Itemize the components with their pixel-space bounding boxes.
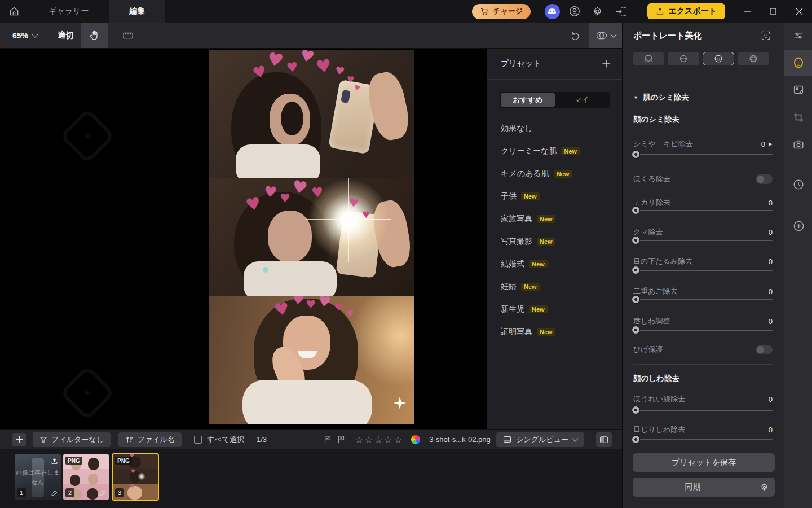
zoom-control[interactable]: 65% <box>12 31 37 40</box>
preset-item[interactable]: 効果なし <box>501 122 616 135</box>
ruler-tool-button[interactable] <box>114 23 141 48</box>
preset-item[interactable]: 新生児New <box>501 303 616 316</box>
add-image-button[interactable] <box>12 433 26 446</box>
slider-knob[interactable] <box>632 151 639 158</box>
preset-item[interactable]: 証明写真New <box>501 326 616 338</box>
thumb-edit-button[interactable] <box>97 488 107 498</box>
rail-crop-button[interactable] <box>784 104 812 130</box>
filter-button[interactable]: フィルターなし <box>33 432 111 447</box>
rail-add-button[interactable] <box>784 213 812 239</box>
slider-track[interactable] <box>633 210 773 211</box>
star-icon[interactable]: ☆ <box>384 434 392 445</box>
star-icon[interactable]: ☆ <box>355 434 363 445</box>
star-icon[interactable]: ☆ <box>364 434 373 445</box>
slider-track[interactable] <box>633 330 773 331</box>
slider-row-shine: テカリ除去 0 <box>633 198 773 208</box>
preset-item[interactable]: 子供New <box>501 190 616 203</box>
add-preset-button[interactable] <box>602 59 611 68</box>
mode-contour-button[interactable] <box>668 52 699 65</box>
sort-label: ファイル名 <box>138 435 175 445</box>
hand-tool-button[interactable] <box>81 23 108 48</box>
mode-hair-button[interactable] <box>633 52 664 65</box>
slider-track[interactable] <box>633 154 773 155</box>
preset-item[interactable]: 結婚式New <box>501 258 616 270</box>
close-button[interactable] <box>786 0 812 23</box>
split-view-button[interactable] <box>596 432 612 447</box>
select-all-checkbox[interactable] <box>194 436 202 444</box>
thumbnail-2[interactable]: PNG 2 <box>63 454 109 500</box>
minimize-button[interactable] <box>734 0 760 23</box>
maximize-button[interactable] <box>760 0 786 23</box>
canvas[interactable]: ♥ ♥ ♥ ♥ ♥ ♥ ♥ ♥ ♥ ♥ ♥ ♥ <box>0 49 487 429</box>
rail-camera-button[interactable] <box>784 132 812 157</box>
slider-track[interactable] <box>633 410 773 411</box>
preset-item[interactable]: キメのある肌New <box>501 168 616 180</box>
slider-knob[interactable] <box>632 296 639 303</box>
heart-sticker: ♥ <box>292 296 305 307</box>
star-icon[interactable]: ☆ <box>394 434 402 445</box>
slider-knob[interactable] <box>632 207 639 214</box>
slider-track[interactable] <box>633 439 773 440</box>
settings-button[interactable] <box>586 0 608 23</box>
slider-value: 0 <box>769 257 773 266</box>
edited-photo[interactable]: ♥ ♥ ♥ ♥ ♥ ♥ ♥ ♥ ♥ ♥ ♥ ♥ <box>209 50 414 424</box>
preset-item[interactable]: クリーミーな肌New <box>501 145 616 157</box>
rail-adjustments-button[interactable] <box>784 23 812 49</box>
slider-knob[interactable] <box>632 326 639 334</box>
slider-track[interactable] <box>633 240 773 241</box>
slider-knob[interactable] <box>632 406 639 414</box>
beard-protect-toggle[interactable] <box>756 345 773 354</box>
flag-pick-icon[interactable] <box>323 435 332 444</box>
filmstrip: 画像は存在しません 1 PNG 2 <box>0 449 622 508</box>
slider-knob[interactable] <box>632 436 639 443</box>
preset-item[interactable]: 写真撮影New <box>501 235 616 248</box>
heart-sticker: ♥ <box>306 299 316 310</box>
sort-button[interactable]: ファイル名 <box>118 432 182 447</box>
discord-button[interactable] <box>541 0 563 23</box>
slider-track[interactable] <box>633 270 773 271</box>
new-badge: New <box>537 238 555 246</box>
preset-item[interactable]: 妊婦New <box>501 281 616 293</box>
mole-removal-toggle[interactable] <box>756 174 773 184</box>
preset-item[interactable]: 家族写真New <box>501 213 616 225</box>
sync-settings-button[interactable] <box>753 478 775 497</box>
tab-my[interactable]: マイ <box>555 93 609 107</box>
thumb-edit-button[interactable] <box>49 488 59 498</box>
slider-track[interactable] <box>633 299 773 300</box>
slider-knob[interactable] <box>632 237 639 244</box>
thumb-photo-shape <box>87 488 98 500</box>
charge-button[interactable]: チャージ <box>472 4 531 19</box>
undo-button[interactable] <box>561 23 589 48</box>
thumbnail-1[interactable]: 画像は存在しません 1 <box>15 454 61 500</box>
star-rating[interactable]: ☆☆☆☆☆ <box>355 434 402 445</box>
logout-button[interactable] <box>608 0 631 23</box>
fit-button[interactable]: 適切 <box>58 30 73 41</box>
tab-gallery[interactable]: ギャラリー <box>28 0 109 23</box>
thumb-format-badge: PNG <box>65 457 82 465</box>
rail-history-button[interactable] <box>784 172 812 198</box>
slider-row-double-chin: 二重あご除去 0 <box>633 286 773 296</box>
rail-portrait-button[interactable] <box>784 50 812 76</box>
view-mode-dropdown[interactable]: シングルビュー <box>496 432 584 447</box>
save-preset-button[interactable]: プリセットを保存 <box>633 453 775 472</box>
section-skin-blemish[interactable]: ▼ 肌のシミ除去 <box>633 93 689 103</box>
home-button[interactable] <box>0 0 28 23</box>
rail-background-button[interactable] <box>784 77 812 103</box>
preset-tabs: おすすめ マイ <box>500 92 610 108</box>
sync-button[interactable]: 同期 <box>633 478 753 497</box>
tab-edit[interactable]: 編集 <box>109 0 165 23</box>
mode-makeup-button[interactable] <box>738 52 769 65</box>
face-detect-button[interactable] <box>760 30 771 41</box>
color-label-button[interactable] <box>411 435 420 444</box>
thumbnail-3-selected[interactable]: ♥ ♥ ♥ PNG 3 <box>113 454 158 500</box>
account-button[interactable] <box>563 0 586 23</box>
slider-knob[interactable] <box>632 266 639 274</box>
flag-reject-icon[interactable] <box>337 435 346 444</box>
thumb-upload-button[interactable] <box>49 456 59 466</box>
mode-smooth-button[interactable] <box>703 52 734 65</box>
export-button[interactable]: エクスポート <box>647 3 725 19</box>
compare-view-button[interactable] <box>589 23 622 48</box>
tab-recommended[interactable]: おすすめ <box>501 93 555 107</box>
select-all-control[interactable]: すべて選択 <box>194 435 244 445</box>
star-icon[interactable]: ☆ <box>374 434 383 445</box>
